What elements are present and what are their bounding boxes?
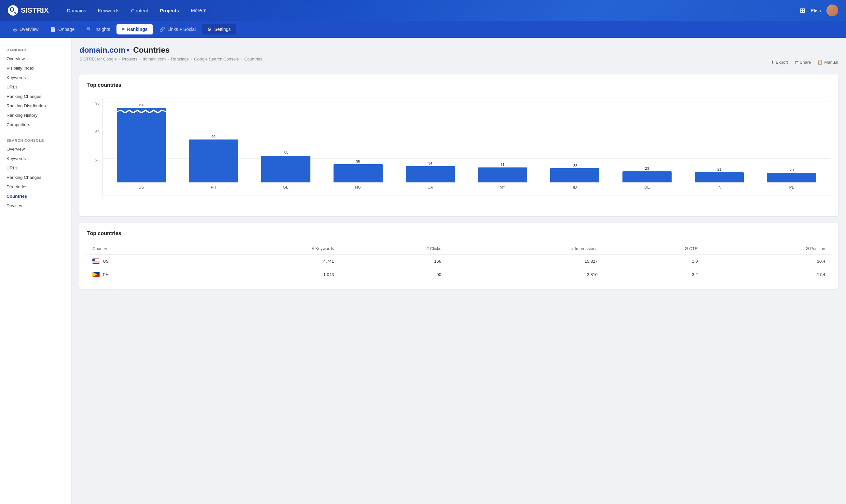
td-clicks-us: 156 — [339, 255, 446, 268]
bar-group-ng: 38 — [322, 98, 394, 182]
table-row: US4.74115615.8271,030,4 — [87, 255, 830, 268]
manual-icon: 📋 — [817, 60, 823, 65]
flag-us — [92, 258, 100, 264]
bar-in[interactable] — [695, 172, 744, 182]
breadcrumb-row: SISTRIX for Google › Projects › domain.c… — [80, 57, 838, 68]
td-impressions-us: 15.827 — [446, 255, 603, 268]
breadcrumb-google-search-console[interactable]: Google Search Console — [194, 57, 239, 61]
td-clicks-ph: 90 — [339, 268, 446, 281]
bar-de[interactable] — [622, 172, 672, 182]
sidebar-item-sc-countries[interactable]: Countries — [0, 192, 71, 201]
subnav-links-social[interactable]: 🔗 Links + Social — [154, 24, 201, 34]
subnav-onpage[interactable]: 📄 Onpage — [45, 24, 80, 34]
table-body: US4.74115615.8271,030,4PH1.043902.8103,2… — [87, 255, 830, 281]
share-button[interactable]: ⇄ Share — [795, 60, 811, 65]
country-name-ph: PH — [103, 272, 109, 277]
sidebar-item-ranking-changes[interactable]: Ranking Changes — [0, 92, 71, 101]
manual-button[interactable]: 📋 Manual — [817, 60, 838, 65]
x-label-ca: CA — [394, 185, 466, 190]
nav-more[interactable]: More ▾ — [186, 5, 211, 16]
sidebar-item-visibility-index[interactable]: Visibility Index — [0, 64, 71, 73]
nav-keywords[interactable]: Keywords — [93, 5, 125, 16]
breadcrumb-sistrix[interactable]: SISTRIX for Google — [80, 57, 117, 61]
sidebar-item-overview[interactable]: Overview — [0, 54, 71, 64]
bar-value-de: 23 — [645, 166, 649, 170]
bar-value-pl: 20 — [790, 168, 794, 172]
td-position-ph: 17,4 — [703, 268, 830, 281]
td-country-us: US — [87, 255, 201, 268]
sidebar-item-sc-overview[interactable]: Overview — [0, 144, 71, 154]
sidebar: RANKINGS Overview Visibility Index Keywo… — [0, 38, 72, 504]
col-ctr: Ø CTR — [603, 243, 703, 255]
rankings-section-title: RANKINGS — [0, 44, 71, 54]
bar-value-gb: 56 — [284, 151, 288, 155]
bar-value-ca: 34 — [428, 161, 432, 165]
gridline-90 — [103, 101, 830, 102]
sidebar-item-keywords[interactable]: Keywords — [0, 73, 71, 82]
sidebar-item-sc-directories[interactable]: Directories — [0, 182, 71, 192]
table-card: Top countries Country # Keywords # Click… — [80, 223, 838, 289]
x-label-us: US — [105, 185, 177, 190]
chart-container: 90 60 30 156905638343130232120 — [87, 95, 830, 209]
breadcrumb-projects[interactable]: Projects — [122, 57, 137, 61]
bar-my[interactable] — [478, 167, 527, 182]
bar-us[interactable] — [117, 108, 166, 182]
nav-content[interactable]: Content — [126, 5, 154, 16]
sidebar-item-ranking-history[interactable]: Ranking History — [0, 111, 71, 120]
bar-id[interactable] — [550, 168, 599, 182]
sidebar-item-competitors[interactable]: Competitors — [0, 120, 71, 129]
sidebar-item-sc-keywords[interactable]: Keywords — [0, 154, 71, 163]
subnav-settings[interactable]: ⚙ Settings — [202, 24, 236, 34]
bar-ng[interactable] — [334, 164, 383, 182]
x-labels: USPHGBNGCAMYIDDEINPL — [103, 185, 830, 190]
grid-icon[interactable]: ⊞ — [800, 6, 805, 14]
page-header: domain.com ▾ Countries — [80, 46, 838, 55]
bar-value-us: 156 — [138, 103, 144, 107]
bar-group-gb: 56 — [250, 98, 322, 182]
bar-ca[interactable] — [406, 166, 455, 182]
sidebar-item-sc-urls[interactable]: URLs — [0, 163, 71, 173]
subnav-overview[interactable]: ◎ Overview — [8, 24, 43, 34]
domain-link[interactable]: domain.com ▾ — [80, 46, 129, 55]
x-label-in: IN — [683, 185, 756, 190]
breadcrumb-countries[interactable]: Countries — [244, 57, 263, 61]
x-label-id: ID — [539, 185, 611, 190]
subnav-insights[interactable]: 🔍 Insights — [81, 24, 115, 34]
breadcrumb-domain[interactable]: domain.com — [143, 57, 166, 61]
overview-icon: ◎ — [13, 27, 17, 32]
top-navigation: SISTRIX Domains Keywords Content Project… — [0, 0, 846, 21]
y-label-90: 90 — [95, 101, 100, 106]
nav-domains[interactable]: Domains — [62, 5, 91, 16]
col-country: Country — [87, 243, 201, 255]
bar-pl[interactable] — [767, 173, 816, 182]
bar-gb[interactable] — [261, 156, 311, 182]
avatar[interactable] — [827, 4, 838, 16]
sidebar-item-ranking-distribution[interactable]: Ranking Distribution — [0, 101, 71, 111]
export-button[interactable]: ⬇ Export — [771, 60, 788, 65]
subnav-rankings[interactable]: ≡ Rankings — [117, 24, 153, 34]
main-layout: RANKINGS Overview Visibility Index Keywo… — [0, 38, 846, 504]
td-country-ph: PH — [87, 268, 201, 281]
col-position: Ø Position — [703, 243, 830, 255]
sidebar-item-urls[interactable]: URLs — [0, 82, 71, 92]
chart-card: Top countries 90 60 30 — [80, 74, 838, 216]
y-label-60: 60 — [95, 130, 100, 134]
bars-area: 156905638343130232120 USPHGBNGCAMYIDDEIN… — [102, 98, 830, 195]
sidebar-item-sc-ranking-changes[interactable]: Ranking Changes — [0, 173, 71, 182]
bar-ph[interactable] — [189, 140, 238, 182]
col-impressions: # Impressions — [446, 243, 603, 255]
bar-value-ng: 38 — [356, 159, 360, 163]
domain-chevron-icon: ▾ — [127, 47, 129, 53]
sidebar-item-sc-devices[interactable]: Devices — [0, 201, 71, 210]
gridline-60 — [103, 130, 830, 130]
logo[interactable]: SISTRIX — [8, 5, 49, 16]
breadcrumb-rankings[interactable]: Rankings — [171, 57, 189, 61]
search-console-section-title: SEARCH CONSOLE — [0, 134, 71, 144]
country-name-us: US — [103, 259, 109, 264]
rankings-icon: ≡ — [122, 27, 124, 32]
insights-icon: 🔍 — [86, 27, 92, 32]
col-clicks: # Clicks — [339, 243, 446, 255]
td-keywords-us: 4.741 — [201, 255, 339, 268]
table-row: PH1.043902.8103,217,4 — [87, 268, 830, 281]
nav-projects[interactable]: Projects — [155, 5, 184, 16]
